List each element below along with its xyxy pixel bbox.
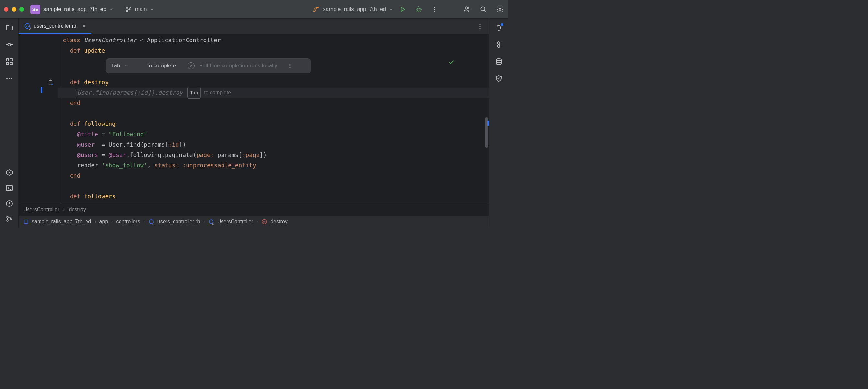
shield-icon[interactable] [495, 75, 503, 82]
more-tools-icon[interactable] [5, 75, 13, 82]
nav-method[interactable]: destroy [271, 219, 287, 225]
project-badge[interactable]: SE [30, 4, 40, 14]
chevron-down-icon[interactable] [124, 43, 143, 88]
svg-point-7 [465, 7, 468, 9]
project-name[interactable]: sample_rails_app_7th_ed [43, 6, 106, 12]
svg-point-21 [7, 216, 8, 218]
code-line: @users = @user.following.paginate(page: … [58, 150, 489, 160]
close-window-button[interactable] [4, 7, 8, 12]
settings-icon[interactable] [496, 5, 504, 13]
maximize-window-button[interactable] [20, 7, 24, 12]
code-with-me-icon[interactable] [463, 5, 470, 13]
svg-point-2 [129, 7, 131, 9]
editor-tab-active[interactable]: users_controller.rb [19, 19, 91, 34]
svg-point-6 [434, 11, 435, 12]
run-configuration-selector[interactable]: sample_rails_app_7th_ed [313, 6, 393, 13]
svg-point-27 [479, 26, 480, 27]
commit-tool-icon[interactable] [5, 41, 13, 49]
title-bar: SE sample_rails_app_7th_ed main sample_r… [0, 0, 508, 19]
method-icon: m [261, 219, 267, 225]
code-line: render 'show_follow', status: :unprocess… [58, 160, 489, 170]
svg-point-3 [417, 8, 420, 11]
code-line: @title = "Following" [58, 129, 489, 139]
paste-gutter-icon[interactable] [47, 79, 54, 86]
database-tool-icon[interactable] [495, 58, 503, 65]
inline-completion-hint: Tab to complete [187, 87, 231, 99]
completion-hint-popup[interactable]: Tab to complete Full Line completion run… [105, 58, 311, 73]
main-area: users_controller.rb class UsersC [0, 19, 508, 228]
editor-breadcrumb[interactable]: UsersController › destroy [19, 203, 489, 215]
ai-assistant-icon[interactable] [495, 41, 503, 49]
code-line: def destroy [58, 77, 489, 87]
code-editor[interactable]: class UsersController < ApplicationContr… [19, 34, 489, 203]
tab-filename: users_controller.rb [34, 23, 76, 29]
search-icon[interactable] [479, 5, 487, 13]
run-config-name: sample_rails_app_7th_ed [323, 6, 386, 12]
svg-rect-19 [6, 186, 12, 191]
debug-button[interactable] [415, 6, 422, 13]
code-line-current: User.find(params[:id]).destroy Tab to co… [58, 87, 489, 98]
nav-file[interactable]: users_controller.rb [157, 219, 200, 225]
minimize-window-button[interactable] [12, 7, 16, 12]
branch-dropdown-icon[interactable] [150, 7, 154, 12]
code-line: end [58, 170, 489, 181]
svg-point-17 [11, 78, 12, 79]
code-area[interactable]: class UsersController < ApplicationContr… [58, 34, 489, 203]
ruby-file-icon [24, 23, 30, 29]
vcs-tool-icon[interactable] [6, 215, 13, 222]
code-line: def update [58, 46, 489, 56]
svg-point-26 [479, 24, 480, 25]
nav-controllers[interactable]: controllers [116, 219, 140, 225]
module-icon [23, 219, 29, 224]
run-button[interactable] [399, 6, 406, 13]
notifications-icon[interactable] [495, 24, 503, 32]
svg-point-0 [126, 7, 128, 8]
hint-tab-label: Tab [111, 61, 120, 71]
svg-point-4 [434, 7, 435, 8]
window-controls [4, 7, 24, 12]
more-actions-icon[interactable] [431, 6, 438, 12]
editor-column: users_controller.rb class UsersC [19, 19, 489, 228]
svg-rect-34 [24, 220, 28, 223]
vcs-branch-widget[interactable]: main [125, 6, 154, 12]
svg-rect-14 [10, 62, 12, 64]
branch-name: main [135, 6, 147, 12]
code-line: @user = User.find(params[:id]) [58, 139, 489, 150]
svg-point-10 [8, 44, 11, 46]
svg-point-31 [289, 63, 290, 64]
navigation-bar[interactable]: sample_rails_app_7th_ed › app › controll… [19, 215, 489, 228]
services-tool-icon[interactable] [5, 169, 13, 176]
run-config-dropdown-icon[interactable] [389, 7, 393, 12]
svg-rect-12 [10, 59, 12, 61]
class-icon [208, 219, 214, 225]
tab-close-icon[interactable] [82, 24, 86, 28]
nav-class[interactable]: UsersController [217, 219, 253, 225]
editor-gutter [19, 34, 58, 203]
svg-point-33 [289, 67, 290, 68]
inline-tab-text: to complete [204, 87, 231, 98]
ghost-completion-text: User.find(params[:id]).destroy [78, 87, 183, 98]
code-line: def following [58, 119, 489, 129]
problems-tool-icon[interactable] [5, 200, 13, 207]
tab-options-icon[interactable] [471, 19, 489, 34]
svg-rect-11 [6, 59, 9, 61]
change-marker[interactable] [41, 87, 42, 93]
hint-description: Full Line completion runs locally [199, 61, 277, 71]
svg-point-22 [7, 220, 8, 221]
inspection-status-icon[interactable] [448, 38, 483, 86]
breadcrumb-class[interactable]: UsersController [23, 207, 59, 213]
project-tool-icon[interactable] [5, 24, 13, 32]
project-dropdown-icon[interactable] [109, 7, 114, 12]
code-line: end [58, 98, 489, 108]
nav-app[interactable]: app [99, 219, 108, 225]
info-icon [188, 62, 195, 70]
ruby-file-icon [148, 219, 154, 225]
right-tool-rail [489, 19, 508, 228]
scrollbar-marker[interactable] [488, 120, 489, 126]
svg-rect-13 [6, 62, 9, 64]
terminal-tool-icon[interactable] [5, 184, 13, 192]
hint-more-icon[interactable] [287, 42, 305, 89]
svg-point-16 [9, 78, 10, 79]
svg-point-1 [126, 10, 128, 11]
structure-tool-icon[interactable] [5, 58, 13, 65]
